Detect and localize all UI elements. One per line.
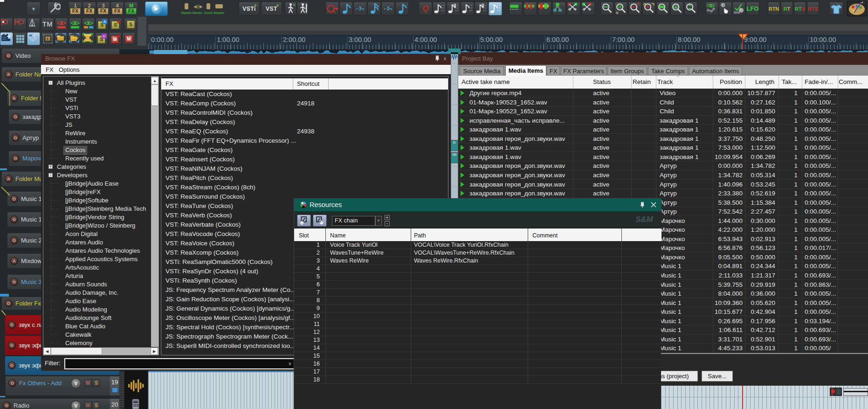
- svg-text:A: A: [675, 6, 677, 9]
